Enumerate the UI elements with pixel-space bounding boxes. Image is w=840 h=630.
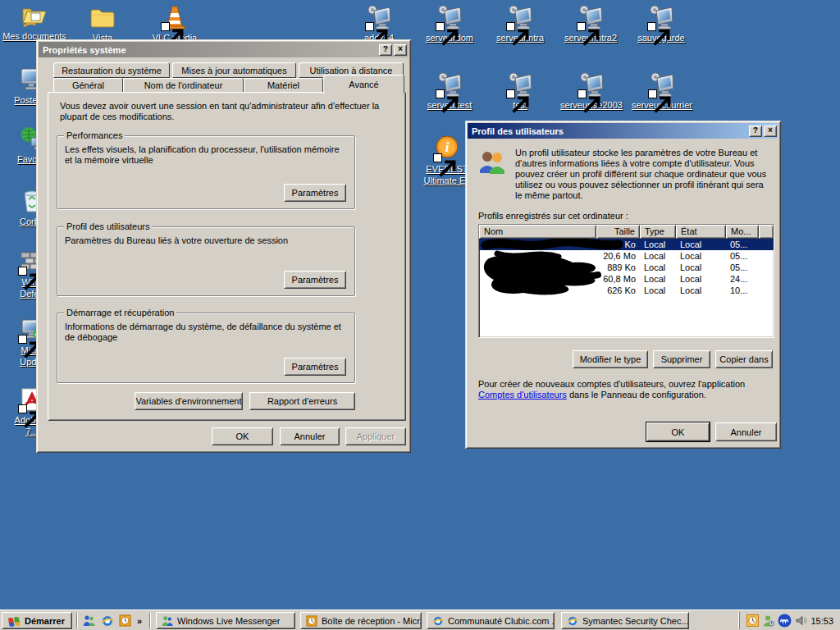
svg-text:i: i	[445, 139, 450, 155]
comptes-utilisateurs-link[interactable]: Comptes d'utilisateurs	[478, 390, 567, 399]
desktop-icon-serveurintra2[interactable]: serveurintra2	[558, 3, 623, 43]
tab-nom-de-l-ordinateur[interactable]: Nom de l'ordinateur	[123, 78, 244, 93]
shortcut-arrow-icon	[161, 22, 170, 31]
desktop-icon-serveurtest[interactable]: serveurtest	[417, 71, 482, 110]
my-documents-icon	[21, 2, 48, 30]
group-title: Démarrage et récupération	[64, 308, 176, 317]
user-profiles-titlebar[interactable]: Profil des utilisateurs ? ×	[468, 123, 778, 139]
column-header-type[interactable]: Type	[640, 225, 676, 239]
shortcut-arrow-icon	[18, 267, 27, 276]
group-demarrage-et-recuperation: Démarrage et récupération Informations d…	[57, 313, 355, 383]
appliquer-button[interactable]: Appliquer	[345, 427, 406, 445]
footer-text: Pour créer de nouveaux comptes d'utilisa…	[478, 379, 765, 400]
tray-volume-icon[interactable]	[795, 614, 807, 627]
desktop-icon-serveurdom[interactable]: serveurdom	[417, 3, 482, 43]
system-properties-body: Restauration du système Mises à jour aut…	[36, 39, 406, 448]
desktop-icon-addz64[interactable]: addz64	[346, 3, 412, 43]
modifier-le-type-button[interactable]: Modifier le type	[573, 350, 648, 368]
close-button[interactable]: ×	[764, 126, 777, 137]
remote-desktop-icon	[648, 71, 676, 98]
desktop-icon-test[interactable]: test	[487, 71, 553, 110]
column-header-mo[interactable]: Mo...	[726, 225, 759, 239]
profiles-list-label: Profils enregistrés sur cet ordinateur :	[478, 211, 628, 221]
remote-desktop-icon	[365, 3, 393, 31]
shortcut-arrow-icon	[365, 22, 374, 31]
internet-explorer-icon	[567, 615, 578, 627]
desktop-icon-vlc[interactable]: VLC media	[146, 3, 203, 43]
profile-row[interactable]: 910 Ko Local Local 05...	[479, 239, 774, 250]
task-windows-live-messenger[interactable]: Windows Live Messenger	[156, 612, 295, 629]
tray-clock[interactable]: 15:53	[810, 616, 833, 626]
variables-environnement-button[interactable]: Variables d'environnement	[135, 392, 243, 410]
profil-parametres-button[interactable]: Paramètres	[284, 271, 346, 289]
performances-parametres-button[interactable]: Paramètres	[284, 184, 346, 202]
supprimer-button[interactable]: Supprimer	[653, 350, 710, 368]
desktop-icon-serveurcourrier[interactable]: serveurcourrier	[622, 71, 702, 110]
system-tray: 15:53	[739, 612, 838, 629]
listview-header: Nom Taille Type État Mo...	[479, 225, 774, 239]
rapport-erreurs-button[interactable]: Rapport d'erreurs	[249, 392, 355, 410]
quicklaunch-internet-explorer-icon[interactable]	[100, 614, 114, 628]
taskbar-separator	[76, 613, 78, 628]
shortcut-arrow-icon	[506, 89, 515, 98]
tab-materiel[interactable]: Matériel	[244, 78, 323, 93]
profile-row[interactable]: 889 Ko Local Local 05...	[479, 262, 774, 273]
windows-logo-icon	[7, 615, 21, 627]
system-properties-window: Propriétés système ? × Restauration du s…	[36, 39, 411, 453]
tab-avance[interactable]: Avancé	[323, 75, 404, 94]
help-button[interactable]: ?	[749, 126, 762, 137]
internet-explorer-icon	[432, 615, 444, 627]
annuler-button[interactable]: Annuler	[280, 427, 340, 445]
profile-row[interactable]: 20,6 Mo Local Local 05...	[479, 250, 774, 262]
ok-button[interactable]: OK	[646, 422, 710, 441]
messenger-icon	[162, 615, 173, 627]
desktop-icon-vista[interactable]: Vista	[74, 3, 131, 43]
shortcut-arrow-icon	[577, 22, 586, 31]
desktop-icon-serveurtse2003[interactable]: serveurtse2003	[554, 71, 629, 110]
quicklaunch-chevron[interactable]: »	[135, 614, 144, 628]
remote-desktop-icon	[578, 71, 605, 98]
tray-reminder-icon[interactable]	[746, 614, 759, 627]
shortcut-arrow-icon	[18, 404, 27, 413]
remote-desktop-icon	[577, 3, 605, 31]
annuler-button[interactable]: Annuler	[715, 422, 777, 441]
task-communaute-clubic[interactable]: Communauté Clubic.com ...	[427, 612, 555, 629]
profile-row[interactable]: 60,8 Mo Local Local 24...	[479, 273, 774, 285]
profiles-listview[interactable]: Nom Taille Type État Mo... 910 Ko Local …	[478, 224, 774, 338]
group-description: Informations de démarrage du système, de…	[65, 322, 348, 343]
tab-mises-a-jour-automatiques[interactable]: Mises à jour automatiques	[172, 62, 296, 78]
folder-icon	[89, 3, 116, 31]
tray-messenger-wave-icon[interactable]	[778, 614, 792, 628]
remote-desktop-icon	[647, 3, 675, 31]
group-profil-des-utilisateurs: Profil des utilisateurs Paramètres du Bu…	[57, 226, 355, 296]
quicklaunch-outlook-icon[interactable]	[118, 614, 132, 628]
shortcut-arrow-icon	[578, 89, 587, 98]
user-profiles-window: Profil des utilisateurs ? × Un profil ut…	[465, 121, 781, 449]
group-title: Performances	[64, 130, 125, 140]
column-header-nom[interactable]: Nom	[479, 225, 596, 239]
demarrage-parametres-button[interactable]: Paramètres	[284, 358, 346, 376]
remote-desktop-icon	[506, 71, 534, 98]
shortcut-arrow-icon	[436, 89, 445, 98]
ok-button[interactable]: OK	[212, 427, 273, 445]
tab-restauration-du-systeme[interactable]: Restauration du système	[53, 62, 170, 78]
desktop-icon-mes-documents[interactable]: Mes documents	[5, 2, 64, 41]
column-header-filler	[759, 225, 774, 239]
desktop-icon-serveurintra[interactable]: serveurintra	[487, 3, 553, 43]
tab-general[interactable]: Général	[53, 78, 123, 93]
info-icon: i	[433, 135, 461, 162]
column-header-etat[interactable]: État	[676, 225, 726, 239]
outlook-icon	[306, 615, 317, 627]
tray-messenger-status-icon[interactable]	[762, 614, 774, 627]
profile-row[interactable]: 626 Ko Local Local 10...	[479, 285, 774, 296]
quicklaunch-messenger-icon[interactable]	[82, 614, 96, 628]
copier-dans-button[interactable]: Copier dans	[715, 350, 773, 368]
taskbar-separator	[149, 613, 151, 628]
tab-page-avance: Vous devez avoir ouvert une session en t…	[48, 92, 406, 421]
desktop-icon-sauvegarde[interactable]: sauvegarde	[628, 3, 694, 43]
task-symantec-security-check[interactable]: Symantec Security Chec...	[561, 612, 689, 629]
shortcut-arrow-icon	[436, 22, 445, 31]
column-header-taille[interactable]: Taille	[596, 225, 640, 239]
start-button[interactable]: Démarrer	[2, 612, 72, 629]
task-boite-de-reception[interactable]: Boîte de réception - Micr...	[300, 612, 422, 629]
